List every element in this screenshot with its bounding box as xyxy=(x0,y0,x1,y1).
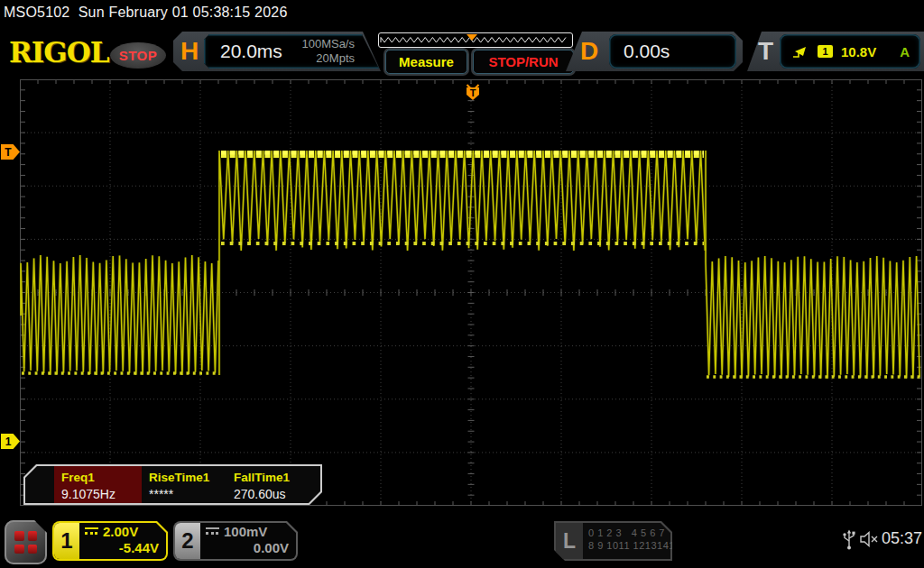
channel2-badge[interactable]: 2 100mV 0.00V xyxy=(173,521,298,561)
graticule xyxy=(20,79,922,506)
trigger-edge-icon xyxy=(791,44,809,60)
sample-rate-depth: 100MSa/s20Mpts xyxy=(301,37,355,66)
speaker-muted-icon[interactable] xyxy=(859,529,881,549)
usb-icon xyxy=(842,529,856,551)
measurement-falltime1[interactable]: FallTime1 270.60us xyxy=(234,466,290,503)
delay-inner-box: 0.00s xyxy=(609,34,736,69)
trigger-position-marker[interactable]: T xyxy=(466,79,480,101)
rigol-logo: RIGOL xyxy=(9,36,109,69)
channel1-scale: 2.00V xyxy=(103,524,138,539)
logic-channel-numbers: 0 1 2 3 4 5 6 78 9 1011 12131415 xyxy=(588,527,681,552)
trigger-panel[interactable]: T 1 10.8V A xyxy=(747,32,924,71)
horizontal-inner-box: 20.0ms 100MSa/s20Mpts xyxy=(204,34,380,69)
stop-run-button[interactable]: STOP/RUN xyxy=(473,50,574,74)
horizontal-label: H xyxy=(180,37,199,66)
model-and-datetime: MSO5102 Sun February 01 05:38:15 2026 xyxy=(4,5,287,21)
logic-analyzer-badge[interactable]: L 0 1 2 3 4 5 6 78 9 1011 12131415 xyxy=(554,521,672,561)
trigger-source-badge: 1 xyxy=(818,45,833,58)
trigger-level-value: 10.8V xyxy=(841,44,876,60)
trigger-inner-box: 1 10.8V A xyxy=(780,34,920,69)
trigger-position-flag: T xyxy=(467,87,479,100)
timebase-scale: 20.0ms xyxy=(220,41,282,62)
channel1-badge[interactable]: 1 2.00V -5.44V xyxy=(52,521,168,561)
menu-grid-icon xyxy=(14,531,37,554)
memory-position-marker[interactable] xyxy=(467,34,477,41)
channel2-offset: 0.00V xyxy=(206,540,289,555)
delay-value: 0.00s xyxy=(624,41,670,62)
channel1-number[interactable]: 1 xyxy=(54,523,79,559)
channel1-offset: -5.44V xyxy=(85,540,159,555)
delay-panel[interactable]: D 0.00s xyxy=(566,32,743,71)
measure-button[interactable]: Measure xyxy=(385,50,467,74)
clock: 05:37 xyxy=(882,529,922,548)
oscilloscope-screen: MSO5102 Sun February 01 05:38:15 2026 RI… xyxy=(0,0,924,568)
measurement-panel[interactable]: Freq1 9.1075Hz RiseTime1 ***** FallTime1… xyxy=(23,464,322,505)
measurement-panel-body: Freq1 9.1075Hz RiseTime1 ***** FallTime1… xyxy=(25,466,320,503)
channel1-ground-marker[interactable]: 1 xyxy=(1,434,20,449)
trigger-level-marker[interactable]: T xyxy=(1,144,20,160)
measurement-risetime1[interactable]: RiseTime1 ***** xyxy=(149,466,209,503)
dc-coupling-icon xyxy=(206,527,219,537)
acquisition-status-badge: STOP xyxy=(110,42,166,69)
horizontal-panel[interactable]: H 20.0ms 100MSa/s20Mpts xyxy=(173,32,383,71)
waveform-memory-bar[interactable] xyxy=(378,32,573,48)
channel2-scale: 100mV xyxy=(224,524,267,539)
logic-label: L xyxy=(556,523,583,559)
trigger-label: T xyxy=(758,37,773,66)
menu-grid-button[interactable] xyxy=(5,520,47,564)
channel2-number[interactable]: 2 xyxy=(175,523,200,559)
trigger-mode-auto: A xyxy=(900,44,920,60)
measurement-freq1[interactable]: Freq1 9.1075Hz xyxy=(61,466,116,503)
dc-coupling-icon xyxy=(85,527,98,537)
delay-label: D xyxy=(580,37,598,66)
